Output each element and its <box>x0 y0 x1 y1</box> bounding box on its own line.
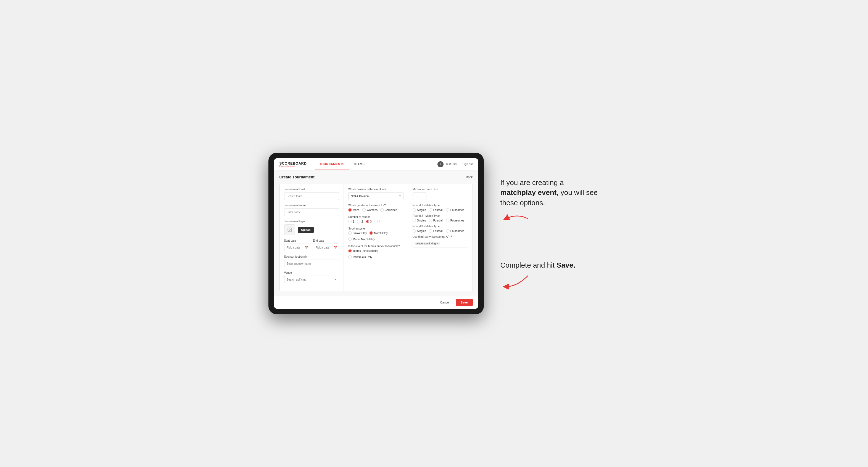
end-date-group: End date 📅 <box>313 239 339 251</box>
max-team-size-input[interactable]: 5 <box>412 192 426 200</box>
api-label: Use third-party live scoring API? <box>412 235 468 238</box>
annotation-bottom: Complete and hit Save. <box>500 260 600 289</box>
rounds-4-option[interactable]: 4 <box>374 220 380 223</box>
round1-singles-radio[interactable] <box>412 208 416 212</box>
logo-sub: Powered by clippit <box>279 165 307 167</box>
tab-teams[interactable]: TEAMS <box>349 158 369 170</box>
annotation-top-text: If you are creating a matchplay event, y… <box>500 178 600 208</box>
annotation-arrow-bottom <box>500 273 533 289</box>
scoring-stroke-option[interactable]: Stroke Play <box>348 231 367 235</box>
rounds-radio-group: 1 2 3 <box>348 220 403 223</box>
teams-teams-radio[interactable] <box>348 249 351 252</box>
rounds-3-radio[interactable] <box>366 220 369 223</box>
annotation-bottom-text: Complete and hit Save. <box>500 260 600 270</box>
teams-individuals-radio[interactable] <box>348 255 351 258</box>
round3-fourball-option[interactable]: Fourball <box>429 229 443 232</box>
end-date-wrapper: 📅 <box>313 244 339 251</box>
back-link[interactable]: ← Back <box>462 175 473 179</box>
api-tag-input[interactable]: Leaderboard King ✕ <box>412 240 468 247</box>
start-date-group: Start date 📅 <box>284 239 310 251</box>
venue-label: Venue <box>284 271 339 274</box>
annotation-top: If you are creating a matchplay event, y… <box>500 178 600 227</box>
round3-radio-group: Singles Fourball Foursomes <box>412 229 468 232</box>
rounds-2-label: 2 <box>362 220 363 223</box>
api-tag-close-icon[interactable]: ✕ <box>436 242 439 245</box>
teams-teams-label: Teams (+Individuals) <box>353 249 378 252</box>
scoring-medal-radio[interactable] <box>348 238 351 241</box>
nav-tabs: TOURNAMENTS TEAMS <box>315 158 369 170</box>
round3-singles-option[interactable]: Singles <box>412 229 426 232</box>
rounds-4-label: 4 <box>379 220 380 223</box>
user-avatar: T <box>437 161 443 167</box>
upload-button[interactable]: Upload <box>298 227 314 233</box>
save-button[interactable]: Save <box>456 299 473 306</box>
round3-singles-radio[interactable] <box>412 229 416 232</box>
round2-singles-option[interactable]: Singles <box>412 219 426 222</box>
tournament-name-input[interactable] <box>284 208 339 216</box>
header-right: T Test User | Sign out <box>437 161 473 167</box>
round1-fourball-radio[interactable] <box>429 208 432 212</box>
round1-foursomes-radio[interactable] <box>446 208 449 212</box>
rounds-label: Number of rounds <box>348 215 403 218</box>
round1-fourball-option[interactable]: Fourball <box>429 208 443 212</box>
round2-foursomes-radio[interactable] <box>446 219 449 222</box>
round1-foursomes-option[interactable]: Foursomes <box>446 208 464 212</box>
tab-tournaments[interactable]: TOURNAMENTS <box>315 158 349 170</box>
gender-womens-option[interactable]: Womens <box>362 208 377 212</box>
rounds-field: Number of rounds 1 2 <box>348 215 403 223</box>
round2-label: Round 2 - Match Type <box>412 214 468 217</box>
rounds-2-radio[interactable] <box>357 220 361 223</box>
sign-out-link[interactable]: Sign out <box>463 163 473 166</box>
rounds-3-option[interactable]: 3 <box>366 220 372 223</box>
round3-foursomes-option[interactable]: Foursomes <box>446 229 464 232</box>
round2-foursomes-option[interactable]: Foursomes <box>446 219 464 222</box>
svg-point-1 <box>288 229 289 229</box>
round2-singles-radio[interactable] <box>412 219 416 222</box>
round1-radio-group: Singles Fourball Foursomes <box>412 208 468 212</box>
division-select[interactable]: NCAA Division I <box>348 192 403 200</box>
form-col-2: Which division is the event for? NCAA Di… <box>344 184 408 291</box>
logo-upload-area: Upload <box>284 224 339 235</box>
venue-input[interactable] <box>284 276 339 283</box>
gender-combined-radio[interactable] <box>380 208 383 212</box>
gender-mens-option[interactable]: Mens <box>348 208 359 212</box>
round2-fourball-radio[interactable] <box>429 219 432 222</box>
teams-radio-group: Teams (+Individuals) Individuals Only <box>348 249 403 258</box>
gender-label: Which gender is the event for? <box>348 204 403 207</box>
round3-foursomes-radio[interactable] <box>446 229 449 232</box>
round1-singles-option[interactable]: Singles <box>412 208 426 212</box>
gender-combined-option[interactable]: Combined <box>380 208 397 212</box>
scoring-stroke-radio[interactable] <box>348 231 351 235</box>
gender-mens-radio[interactable] <box>348 208 351 212</box>
teams-individuals-option[interactable]: Individuals Only <box>348 255 372 258</box>
date-row: Start date 📅 End date <box>284 239 339 251</box>
api-tag-value: Leaderboard King <box>416 242 436 245</box>
start-date-wrapper: 📅 <box>284 244 310 251</box>
scoring-match-option[interactable]: Match Play <box>370 231 388 235</box>
rounds-1-radio[interactable] <box>348 220 351 223</box>
round3-section: Round 3 - Match Type Singles Fourball <box>412 225 468 232</box>
round2-fourball-option[interactable]: Fourball <box>429 219 443 222</box>
division-label: Which division is the event for? <box>348 188 403 191</box>
cancel-button[interactable]: Cancel <box>437 299 453 306</box>
teams-teams-option[interactable]: Teams (+Individuals) <box>348 249 378 252</box>
main-content: Create Tournament ← Back Tournament Host… <box>274 170 478 296</box>
gender-field: Which gender is the event for? Mens Wome… <box>348 204 403 212</box>
gender-womens-radio[interactable] <box>362 208 366 212</box>
rounds-1-option[interactable]: 1 <box>348 220 354 223</box>
tournament-host-field: Tournament Host <box>284 188 339 200</box>
scoring-match-radio[interactable] <box>370 231 373 235</box>
form-col-1: Tournament Host Tournament name Tourname… <box>280 184 344 291</box>
rounds-2-option[interactable]: 2 <box>357 220 363 223</box>
round3-fourball-radio[interactable] <box>429 229 432 232</box>
logo-text: SCOREBOARD <box>279 161 307 165</box>
rounds-4-radio[interactable] <box>374 220 378 223</box>
logo-area: SCOREBOARD Powered by clippit <box>279 161 307 167</box>
scoring-medal-option[interactable]: Medal Match Play <box>348 238 374 241</box>
annotation-area: If you are creating a matchplay event, y… <box>495 178 600 290</box>
sponsor-input[interactable] <box>284 259 339 267</box>
page-title: Create Tournament <box>279 175 315 179</box>
annotation-arrow-top <box>500 211 533 227</box>
division-select-wrapper: NCAA Division I ▼ <box>348 192 403 200</box>
tournament-host-input[interactable] <box>284 192 339 200</box>
